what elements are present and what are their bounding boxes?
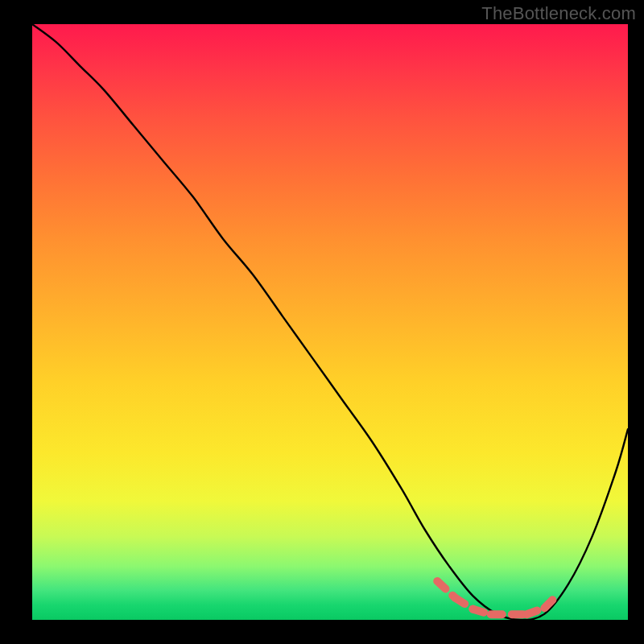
plot-area xyxy=(32,24,628,620)
chart-frame: TheBottleneck.com xyxy=(0,0,644,644)
chart-svg xyxy=(32,24,628,620)
watermark-text: TheBottleneck.com xyxy=(481,3,636,24)
optimal-markers xyxy=(437,581,556,614)
bottleneck-curve xyxy=(32,24,628,620)
optimal-marker-segment xyxy=(544,596,556,608)
